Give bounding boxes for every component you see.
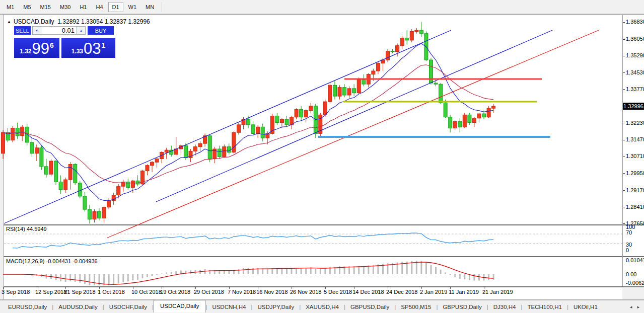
candle-body bbox=[117, 186, 120, 195]
candle-body bbox=[74, 165, 77, 183]
buy-price-big: 03 bbox=[84, 41, 101, 56]
candle-body bbox=[88, 209, 91, 219]
candle-body bbox=[194, 147, 197, 151]
rsi-line bbox=[13, 233, 493, 248]
candle-body bbox=[458, 121, 462, 127]
candle-body bbox=[151, 162, 154, 166]
candle-body bbox=[25, 127, 29, 142]
candle-body bbox=[146, 166, 149, 171]
date-axis-label: 10 Oct 2018 bbox=[131, 289, 162, 295]
date-axis-tick bbox=[258, 287, 258, 289]
trendline-channel-lower-blue[interactable] bbox=[156, 30, 552, 202]
candle-body bbox=[328, 85, 332, 102]
sell-price-sup: 6 bbox=[50, 41, 54, 49]
candle-body bbox=[78, 183, 82, 196]
date-axis-label: 14 Dec 2018 bbox=[352, 289, 384, 295]
price-axis-label: 1.29170 bbox=[626, 187, 644, 193]
candle-body bbox=[439, 84, 443, 103]
one-click-trading-widget: SELL ▼ ▲ BUY 1.32996 1.33031 bbox=[14, 26, 116, 58]
date-axis-tick bbox=[3, 287, 4, 289]
volume-decrease-button[interactable]: ▼ bbox=[32, 26, 41, 35]
trendline-channel-upper-blue[interactable] bbox=[4, 30, 451, 223]
macd-histogram bbox=[3, 261, 493, 285]
price-axis-label: 1.33770 bbox=[626, 86, 644, 92]
candle-body bbox=[386, 51, 390, 60]
date-axis-tick bbox=[195, 287, 196, 289]
candle-body bbox=[309, 106, 313, 111]
price-axis-tick bbox=[623, 190, 625, 191]
sell-button[interactable]: SELL bbox=[14, 26, 31, 35]
candle-body bbox=[372, 71, 375, 74]
price-axis-label: 1.31470 bbox=[626, 136, 644, 142]
price-axis-label: 1.35290 bbox=[626, 52, 644, 58]
date-axis-tick bbox=[388, 287, 388, 289]
candle-body bbox=[247, 119, 250, 125]
date-axis-tick bbox=[292, 287, 292, 289]
price-axis-tick bbox=[623, 89, 625, 90]
candle-body bbox=[285, 119, 289, 125]
candle-body bbox=[492, 106, 495, 108]
sell-price-box[interactable]: 1.32996 bbox=[14, 38, 59, 58]
price-axis-tick bbox=[623, 56, 625, 56]
candle-body bbox=[208, 136, 211, 159]
candle-body bbox=[347, 89, 351, 95]
price-axis-label: 1.36050 bbox=[626, 36, 644, 42]
date-axis-tick bbox=[325, 287, 326, 289]
candle-body bbox=[357, 80, 361, 93]
candle-body bbox=[362, 80, 366, 84]
macd-axis-label: -0.006218 bbox=[626, 280, 644, 286]
candle-body bbox=[93, 211, 96, 219]
candle-body bbox=[223, 147, 226, 157]
buy-price-box[interactable]: 1.33031 bbox=[61, 38, 115, 58]
date-axis-label: 7 Nov 2018 bbox=[228, 289, 256, 295]
macd-axis-label: 0.00 bbox=[626, 271, 636, 277]
candle-body bbox=[155, 159, 159, 163]
price-axis-tick bbox=[623, 39, 625, 40]
candle-body bbox=[49, 161, 53, 174]
macd-label: MACD(12,26,9) -0.004431 -0.004936 bbox=[6, 258, 98, 264]
buy-price-sup: 1 bbox=[102, 41, 106, 49]
sell-price-small: 1.32 bbox=[20, 48, 31, 55]
macd-axis-label: 0.010474 bbox=[626, 257, 644, 263]
candle-body bbox=[11, 128, 15, 140]
candle-body bbox=[444, 103, 447, 117]
buy-button[interactable]: BUY bbox=[88, 26, 114, 35]
sell-price-big: 99 bbox=[32, 41, 49, 56]
candle-body bbox=[376, 63, 380, 71]
date-axis-label: 21 Sep 2018 bbox=[64, 289, 95, 295]
candle-body bbox=[449, 117, 452, 128]
date-axis-label: 3 Sep 2018 bbox=[2, 289, 30, 295]
candle-body bbox=[453, 121, 457, 128]
date-axis-label: 29 Oct 2018 bbox=[194, 289, 224, 295]
candle-body bbox=[256, 127, 260, 133]
candle-body bbox=[487, 108, 490, 117]
candle-body bbox=[352, 89, 356, 93]
symbol-direction-icon: ▲ bbox=[7, 20, 11, 24]
candle-body bbox=[59, 182, 62, 190]
date-axis-tick bbox=[229, 287, 230, 289]
rsi-axis-label: 0 bbox=[626, 247, 629, 253]
volume-increase-button[interactable]: ▲ bbox=[77, 26, 86, 35]
price-axis-label: 1.28410 bbox=[626, 204, 644, 210]
candle-body bbox=[40, 148, 43, 167]
date-axis-label: 26 Nov 2018 bbox=[290, 289, 321, 295]
candle-body bbox=[54, 161, 58, 182]
date-axis-tick bbox=[354, 287, 354, 289]
price-axis-tick bbox=[623, 140, 625, 140]
candle-body bbox=[102, 207, 106, 218]
candle-body bbox=[198, 143, 202, 147]
volume-input[interactable] bbox=[41, 26, 77, 35]
candle-body bbox=[333, 85, 337, 96]
candle-body bbox=[323, 102, 327, 115]
date-axis-tick bbox=[450, 287, 451, 289]
candle-body bbox=[275, 116, 279, 123]
candle-body bbox=[16, 128, 19, 136]
date-axis-label: 11 Jan 2019 bbox=[449, 289, 479, 295]
candle-body bbox=[419, 30, 423, 34]
price-axis-tick bbox=[623, 22, 625, 23]
candle-body bbox=[410, 31, 413, 40]
date-axis-tick bbox=[99, 287, 100, 289]
trendline-ascending-trend-red[interactable] bbox=[107, 30, 599, 238]
rsi-label: RSI(14) 44.5949 bbox=[6, 226, 47, 232]
date-axis-tick bbox=[133, 287, 133, 289]
